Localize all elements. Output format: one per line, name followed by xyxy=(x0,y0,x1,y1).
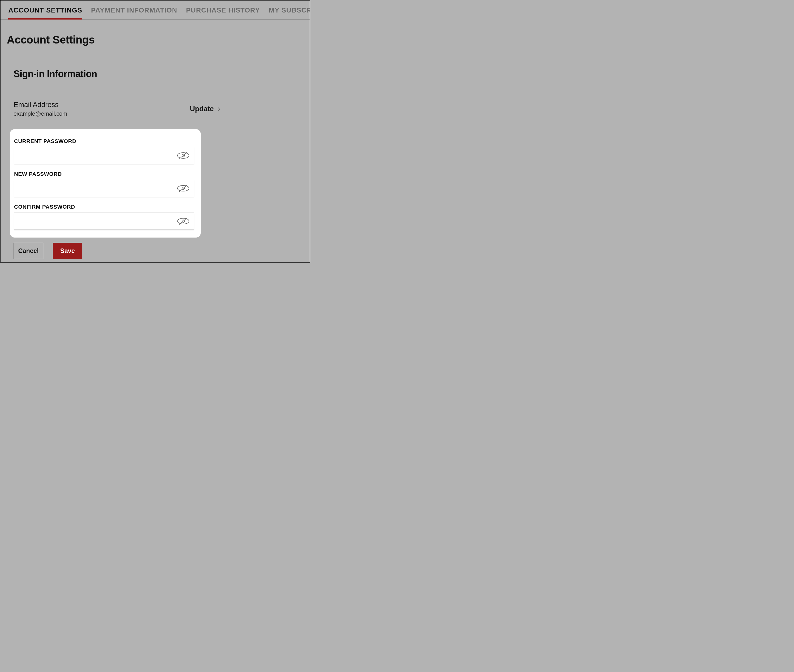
section-title: Sign-in Information xyxy=(14,69,310,80)
new-password-input[interactable] xyxy=(14,180,194,197)
update-link-label: Update xyxy=(190,105,214,113)
email-label: Email Address xyxy=(14,101,67,109)
eye-slash-icon xyxy=(177,152,190,159)
eye-slash-icon xyxy=(177,217,190,225)
new-password-group: NEW PASSWORD xyxy=(14,171,194,197)
new-password-label: NEW PASSWORD xyxy=(14,171,194,177)
update-email-link[interactable]: Update xyxy=(190,105,220,113)
new-password-wrap xyxy=(14,180,194,197)
current-password-label: CURRENT PASSWORD xyxy=(14,138,194,144)
email-block: Email Address example@email.com xyxy=(14,101,67,117)
confirm-password-wrap xyxy=(14,213,194,230)
save-button[interactable]: Save xyxy=(53,243,82,259)
cancel-button[interactable]: Cancel xyxy=(14,243,43,259)
toggle-current-password-visibility[interactable] xyxy=(177,152,190,159)
current-password-input[interactable] xyxy=(14,147,194,164)
current-password-wrap xyxy=(14,147,194,164)
current-password-group: CURRENT PASSWORD xyxy=(14,138,194,164)
tab-my-subscriptions[interactable]: MY SUBSCRIPTIONS xyxy=(269,6,310,19)
tab-purchase-history[interactable]: PURCHASE HISTORY xyxy=(186,6,260,19)
button-row: Cancel Save xyxy=(14,243,310,259)
toggle-new-password-visibility[interactable] xyxy=(177,184,190,192)
chevron-right-icon xyxy=(217,107,220,111)
tabs-bar: ACCOUNT SETTINGS PAYMENT INFORMATION PUR… xyxy=(0,0,310,19)
eye-slash-icon xyxy=(177,184,190,192)
confirm-password-input[interactable] xyxy=(14,213,194,230)
toggle-confirm-password-visibility[interactable] xyxy=(177,217,190,225)
tab-account-settings[interactable]: ACCOUNT SETTINGS xyxy=(8,6,82,19)
email-row: Email Address example@email.com Update xyxy=(14,101,220,117)
confirm-password-group: CONFIRM PASSWORD xyxy=(14,204,194,230)
password-card: CURRENT PASSWORD NEW PASSWORD xyxy=(10,129,201,238)
tab-payment-information[interactable]: PAYMENT INFORMATION xyxy=(91,6,177,19)
page-title: Account Settings xyxy=(7,34,310,46)
confirm-password-label: CONFIRM PASSWORD xyxy=(14,204,194,210)
email-value: example@email.com xyxy=(14,110,67,117)
